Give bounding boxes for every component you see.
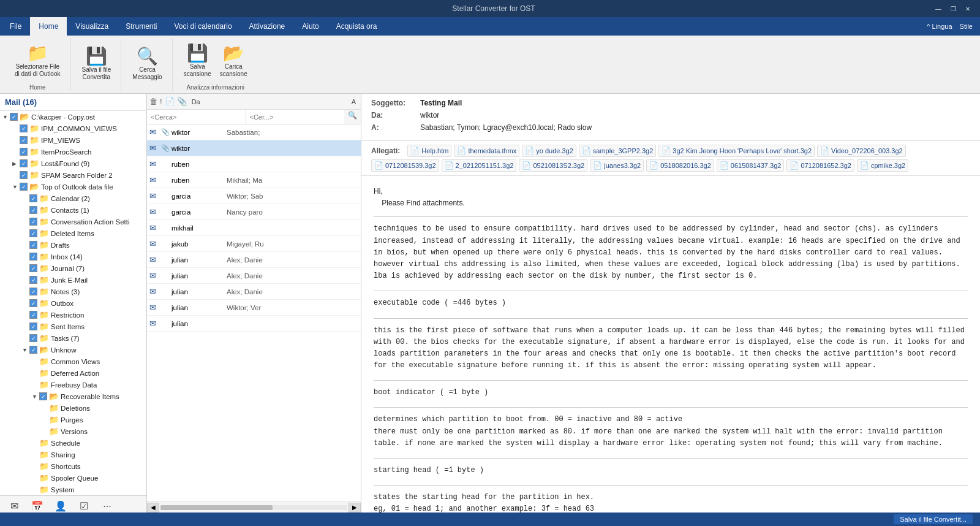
minimize-button[interactable]: —	[932, 4, 944, 13]
search-btn-icon[interactable]: 🔍	[344, 110, 361, 124]
folder-top-outlook[interactable]: ▼ 📂 Top of Outlook data file	[0, 181, 146, 192]
folder-restriction[interactable]: 📁 Restriction	[0, 309, 146, 321]
email-row[interactable]: ✉ julian Alex; Danie	[147, 268, 361, 284]
cb[interactable]	[20, 148, 28, 156]
menu-visualizza[interactable]: Visualizza	[67, 17, 117, 36]
delete-col-icon[interactable]: 🗑	[149, 97, 157, 106]
folder-deletions[interactable]: 📁 Deletions	[0, 402, 146, 414]
menu-home[interactable]: Home	[30, 17, 67, 36]
nav-mail-button[interactable]: ✉	[5, 498, 23, 513]
search-from-input[interactable]	[147, 110, 246, 124]
scroll-left-btn[interactable]: ◀	[147, 503, 159, 513]
attachment-0518[interactable]: 📄0518082016.3g2	[646, 159, 714, 172]
priority-col-icon[interactable]: !	[160, 97, 162, 106]
email-row[interactable]: ✉ julian Alex; Danie	[147, 252, 361, 268]
nav-contacts-button[interactable]: 👤	[51, 498, 70, 513]
folder-spam[interactable]: 📁 SPAM Search Folder 2	[0, 169, 146, 181]
toggle[interactable]: ▼	[32, 394, 39, 400]
maximize-button[interactable]: ❐	[947, 4, 959, 13]
cb[interactable]	[20, 183, 28, 191]
cb[interactable]	[20, 124, 28, 132]
folder-deleted[interactable]: 📁 Deleted Items	[0, 227, 146, 239]
cb[interactable]	[29, 264, 37, 272]
email-row[interactable]: ✉ julian Alex; Danie	[147, 284, 361, 300]
cb[interactable]	[29, 346, 37, 354]
scroll-right-btn[interactable]: ▶	[349, 503, 361, 513]
close-button[interactable]: ✕	[962, 4, 974, 13]
folder-contacts[interactable]: 📁 Contacts (1)	[0, 204, 146, 216]
folder-purges[interactable]: 📁 Purges	[0, 414, 146, 425]
email-row[interactable]: ✉ garcia Nancy paro	[147, 204, 361, 220]
folder-junk[interactable]: 📁 Junk E-Mail	[0, 274, 146, 286]
email-row[interactable]: ✉ 📎 wiktor	[147, 140, 361, 156]
cb[interactable]	[29, 194, 37, 202]
nav-calendar-button[interactable]: 📅	[28, 498, 47, 513]
email-row[interactable]: ✉ ruben Mikhail; Ma	[147, 172, 361, 188]
save-converted-button[interactable]: 💾 Salva il fileConvertita	[78, 45, 115, 83]
folder-calendar[interactable]: 📁 Calendar (2)	[0, 192, 146, 204]
folder-deferred[interactable]: 📁 Deferred Action	[0, 367, 146, 379]
cb[interactable]	[29, 322, 37, 330]
attach-col-icon[interactable]: 📎	[177, 97, 187, 106]
to-col-header[interactable]: A	[349, 98, 358, 105]
folder-root[interactable]: ▼ 📂 C:\kacper - Copy.ost	[0, 111, 146, 123]
cb[interactable]	[29, 229, 37, 237]
folder-lost-found[interactable]: ▶ 📁 Lost&Found (9)	[0, 158, 146, 169]
stile-btn[interactable]: Stile	[960, 23, 973, 30]
load-scan-button[interactable]: 📂 Caricascansione	[216, 42, 251, 80]
menu-strumenti[interactable]: Strumenti	[117, 17, 165, 36]
email-row[interactable]: ✉ ruben	[147, 156, 361, 172]
attachment-0712b[interactable]: 📄0712081652.3g2	[786, 159, 854, 172]
cb[interactable]	[29, 334, 37, 342]
cb[interactable]	[29, 311, 37, 319]
folder-unknow[interactable]: ▼ 📂 Unknow	[0, 344, 146, 356]
nav-tasks-button[interactable]: ☑	[75, 498, 93, 513]
folder-spooler[interactable]: 📁 Spooler Queue	[0, 472, 146, 484]
folder-ipm-views[interactable]: 📁 IPM_VIEWS	[0, 134, 146, 146]
folder-system[interactable]: 📁 System	[0, 484, 146, 495]
folder-schedule[interactable]: 📁 Schedule	[0, 437, 146, 449]
attachment-0615[interactable]: 📄0615081437.3g2	[717, 159, 785, 172]
nav-more-button[interactable]: ···	[98, 498, 116, 513]
menu-file[interactable]: File	[1, 17, 30, 36]
attachment-cpmike[interactable]: 📄cpmike.3g2	[857, 159, 908, 172]
attachment-3g2-kim[interactable]: 📄3g2 Kim Jeong Hoon 'Perhaps Love' short…	[658, 145, 815, 157]
folder-shortcuts[interactable]: 📁 Shortcuts	[0, 460, 146, 472]
search-message-button[interactable]: 🔍 CercaMessaggio	[129, 45, 165, 83]
folder-sent-items[interactable]: 📁 Sent Items	[0, 321, 146, 332]
attachment-help-htm[interactable]: 📄Help.htm	[407, 145, 451, 157]
menu-aiuto[interactable]: Aiuto	[293, 17, 327, 36]
folder-common-views[interactable]: 📁 Common Views	[0, 356, 146, 367]
from-col-header[interactable]: Da	[189, 98, 203, 105]
attachment-juanes[interactable]: 📄juanes3.3g2	[590, 159, 644, 172]
scrollbar-thumb[interactable]	[160, 505, 273, 510]
type-col-icon[interactable]: 📄	[165, 97, 175, 106]
menu-attivazione[interactable]: Attivazione	[241, 17, 294, 36]
folder-recoverable[interactable]: ▼ 📂 Recoverable Items	[0, 391, 146, 402]
toggle[interactable]: ▼	[22, 347, 29, 353]
attachment-0712081539[interactable]: 📄0712081539.3g2	[371, 159, 439, 172]
email-row[interactable]: ✉ garcia Wiktor; Sab	[147, 188, 361, 204]
folder-journal[interactable]: 📁 Journal (7)	[0, 262, 146, 274]
search-to-input[interactable]	[246, 110, 345, 124]
attachment-yo-dude[interactable]: 📄yo dude.3g2	[522, 145, 576, 157]
cb[interactable]	[29, 241, 37, 249]
lingua-btn[interactable]: ^ Lingua	[927, 23, 952, 30]
folder-drafts[interactable]: 📁 Drafts	[0, 239, 146, 251]
save-file-button[interactable]: Salva il file Convertit...	[894, 514, 973, 524]
folder-sharing[interactable]: 📁 Sharing	[0, 449, 146, 460]
cb[interactable]	[29, 288, 37, 295]
folder-versions[interactable]: 📁 Versions	[0, 425, 146, 437]
select-file-button[interactable]: 📁 Selezionare Filedi dati di Outlook	[11, 42, 64, 80]
folder-inbox[interactable]: 📁 Inbox (14)	[0, 251, 146, 262]
attachment-0521[interactable]: 📄05210813S2.3g2	[519, 159, 587, 172]
attachment-themedata[interactable]: 📄themedata.thmx	[454, 145, 519, 157]
email-row[interactable]: ✉ 📎 wiktor Sabastian;	[147, 124, 361, 140]
cb[interactable]	[29, 276, 37, 284]
email-row[interactable]: ✉ mikhail	[147, 220, 361, 236]
folder-itemproc[interactable]: 📁 ItemProcSearch	[0, 146, 146, 158]
cb[interactable]	[39, 392, 47, 400]
cb[interactable]	[20, 159, 28, 167]
cb[interactable]	[29, 299, 37, 307]
folder-conv-action[interactable]: 📁 Conversation Action Setti	[0, 216, 146, 227]
